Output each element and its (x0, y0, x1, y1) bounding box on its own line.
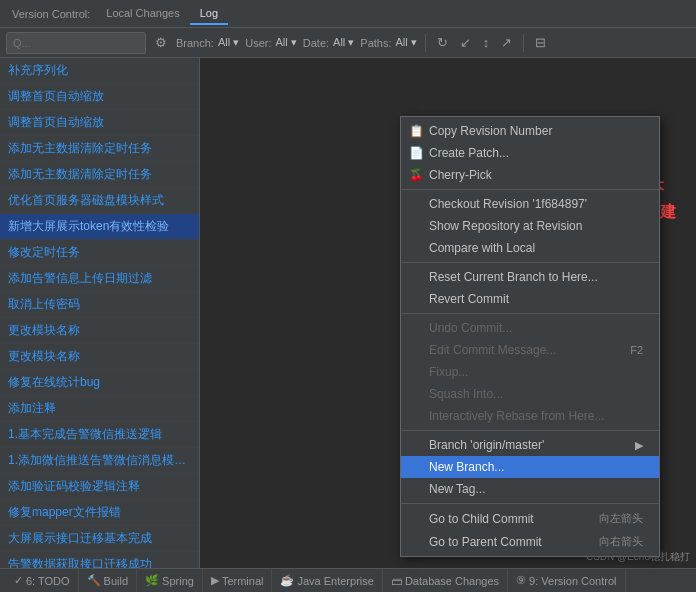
status-label-version-control: 9: Version Control (529, 575, 616, 587)
commit-item[interactable]: 大屏展示接口迁移基本完成 (0, 526, 199, 552)
status-label-todo: 6: TODO (26, 575, 70, 587)
menu-icon-copy-revision: 📋 (409, 124, 424, 138)
commit-item[interactable]: 新增大屏展示token有效性检验 (0, 214, 199, 240)
menu-item-show-repo[interactable]: Show Repository at Revision (401, 215, 659, 237)
menu-item-squash: Squash Into... (401, 383, 659, 405)
commit-item[interactable]: 修复在线统计bug (0, 370, 199, 396)
menu-label-new-branch: New Branch... (429, 460, 504, 474)
collapse-icon[interactable]: ⊟ (532, 33, 549, 52)
date-filter: Date: All ▾ (303, 36, 355, 49)
paths-filter: Paths: All ▾ (360, 36, 416, 49)
status-bar: ✓6: TODO🔨Build🌿Spring▶Terminal☕Java Ente… (0, 568, 696, 592)
menu-label-undo-commit: Undo Commit... (429, 321, 512, 335)
menu-shortcut-go-to-child: 向左箭头 (599, 511, 643, 526)
menu-item-go-to-child[interactable]: Go to Child Commit向左箭头 (401, 507, 659, 530)
status-label-build: Build (104, 575, 128, 587)
menu-item-cherry-pick[interactable]: 🍒Cherry-Pick (401, 164, 659, 186)
main-content: 补充序列化调整首页自动缩放调整首页自动缩放添加无主数据清除定时任务添加无主数据清… (0, 58, 696, 568)
refresh-icon[interactable]: ↻ (434, 33, 451, 52)
commit-item[interactable]: 添加无主数据清除定时任务 (0, 136, 199, 162)
commit-item[interactable]: 添加验证码校验逻辑注释 (0, 474, 199, 500)
commit-item[interactable]: 添加无主数据清除定时任务 (0, 162, 199, 188)
context-menu-overlay: 📋Copy Revision Number📄Create Patch...🍒Ch… (400, 116, 660, 557)
tab-local-changes[interactable]: Local Changes (96, 3, 189, 25)
date-dropdown[interactable]: All ▾ (333, 36, 354, 49)
commit-item[interactable]: 更改模块名称 (0, 318, 199, 344)
commit-item[interactable]: 调整首页自动缩放 (0, 110, 199, 136)
status-item-todo[interactable]: ✓6: TODO (6, 569, 79, 592)
commit-item[interactable]: 补充序列化 (0, 58, 199, 84)
status-label-database-changes: Database Changes (405, 575, 499, 587)
menu-label-checkout-revision: Checkout Revision '1f684897' (429, 197, 587, 211)
arrow-right-icon[interactable]: ↗ (498, 33, 515, 52)
menu-item-reset-branch[interactable]: Reset Current Branch to Here... (401, 266, 659, 288)
status-item-spring[interactable]: 🌿Spring (137, 569, 203, 592)
menu-label-branch-origin: Branch 'origin/master' (429, 438, 544, 452)
status-label-spring: Spring (162, 575, 194, 587)
paths-label: Paths: (360, 37, 391, 49)
arrow-left-icon[interactable]: ↙ (457, 33, 474, 52)
user-label: User: (245, 37, 271, 49)
menu-label-interactive-rebase: Interactively Rebase from Here... (429, 409, 604, 423)
commit-item[interactable]: 添加注释 (0, 396, 199, 422)
commit-item[interactable]: 1.添加微信推送告警微信消息模块（f (0, 448, 199, 474)
menu-item-new-branch[interactable]: New Branch... (401, 456, 659, 478)
menu-separator (401, 430, 659, 431)
settings-icon[interactable]: ⚙ (152, 33, 170, 52)
version-control-label: Version Control: (6, 4, 96, 24)
menu-item-branch-origin[interactable]: Branch 'origin/master'▶ (401, 434, 659, 456)
menu-item-interactive-rebase: Interactively Rebase from Here... (401, 405, 659, 427)
status-label-java-enterprise: Java Enterprise (297, 575, 373, 587)
commit-item[interactable]: 修复mapper文件报错 (0, 500, 199, 526)
menu-item-compare-local[interactable]: Compare with Local (401, 237, 659, 259)
menu-item-copy-revision[interactable]: 📋Copy Revision Number (401, 120, 659, 142)
status-icon-spring: 🌿 (145, 574, 159, 587)
menu-item-edit-message: Edit Commit Message...F2 (401, 339, 659, 361)
branch-dropdown[interactable]: All ▾ (218, 36, 239, 49)
menu-item-new-tag[interactable]: New Tag... (401, 478, 659, 500)
menu-label-show-repo: Show Repository at Revision (429, 219, 582, 233)
menu-label-squash: Squash Into... (429, 387, 503, 401)
menu-arrow-branch-origin: ▶ (635, 439, 643, 452)
menu-item-create-patch[interactable]: 📄Create Patch... (401, 142, 659, 164)
search-input[interactable] (6, 32, 146, 54)
status-icon-java-enterprise: ☕ (280, 574, 294, 587)
status-item-database-changes[interactable]: 🗃Database Changes (383, 569, 508, 592)
status-item-build[interactable]: 🔨Build (79, 569, 137, 592)
commit-item[interactable]: 修改定时任务 (0, 240, 199, 266)
separator2 (523, 34, 524, 52)
commit-item[interactable]: 优化首页服务器磁盘模块样式 (0, 188, 199, 214)
menu-label-go-to-parent: Go to Parent Commit (429, 535, 542, 549)
status-item-version-control[interactable]: ⑨9: Version Control (508, 569, 625, 592)
branch-filter: Branch: All ▾ (176, 36, 239, 49)
status-icon-todo: ✓ (14, 574, 23, 587)
commit-item[interactable]: 1.基本完成告警微信推送逻辑 (0, 422, 199, 448)
status-item-terminal[interactable]: ▶Terminal (203, 569, 273, 592)
menu-icon-create-patch: 📄 (409, 146, 424, 160)
separator1 (425, 34, 426, 52)
menu-label-fixup: Fixup... (429, 365, 468, 379)
menu-label-reset-branch: Reset Current Branch to Here... (429, 270, 598, 284)
menu-separator (401, 189, 659, 190)
commit-item[interactable]: 添加告警信息上传日期过滤 (0, 266, 199, 292)
user-dropdown[interactable]: All ▾ (275, 36, 296, 49)
menu-item-fixup: Fixup... (401, 361, 659, 383)
status-icon-version-control: ⑨ (516, 574, 526, 587)
status-icon-database-changes: 🗃 (391, 575, 402, 587)
arrow-down-icon[interactable]: ↕ (480, 33, 493, 52)
menu-label-copy-revision: Copy Revision Number (429, 124, 552, 138)
commit-item[interactable]: 取消上传密码 (0, 292, 199, 318)
tab-log[interactable]: Log (190, 3, 228, 25)
menu-icon-cherry-pick: 🍒 (409, 168, 424, 182)
commit-item[interactable]: 调整首页自动缩放 (0, 84, 199, 110)
paths-dropdown[interactable]: All ▾ (396, 36, 417, 49)
menu-label-create-patch: Create Patch... (429, 146, 509, 160)
status-item-java-enterprise[interactable]: ☕Java Enterprise (272, 569, 382, 592)
menu-item-checkout-revision[interactable]: Checkout Revision '1f684897' (401, 193, 659, 215)
commit-item[interactable]: 更改模块名称 (0, 344, 199, 370)
commit-item[interactable]: 告警数据获取接口迁移成功 (0, 552, 199, 568)
menu-label-cherry-pick: Cherry-Pick (429, 168, 492, 182)
commit-list[interactable]: 补充序列化调整首页自动缩放调整首页自动缩放添加无主数据清除定时任务添加无主数据清… (0, 58, 200, 568)
menu-item-revert-commit[interactable]: Revert Commit (401, 288, 659, 310)
menu-item-go-to-parent[interactable]: Go to Parent Commit向右箭头 (401, 530, 659, 553)
